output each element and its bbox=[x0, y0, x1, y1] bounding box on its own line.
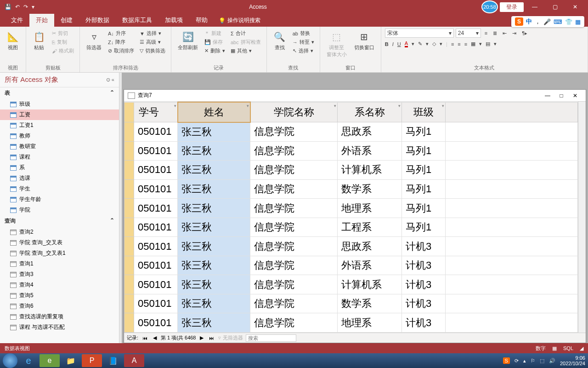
tray-volume-icon[interactable]: 🔊 bbox=[549, 358, 555, 364]
column-dropdown-icon[interactable]: ▾ bbox=[174, 104, 176, 108]
column-dropdown-icon[interactable]: ▾ bbox=[442, 104, 444, 108]
nav-table-item[interactable]: 学生 bbox=[0, 184, 119, 194]
italic-button[interactable]: I bbox=[392, 41, 394, 47]
vertical-scrollbar[interactable] bbox=[578, 102, 586, 333]
doc-maximize-icon[interactable]: □ bbox=[554, 92, 568, 99]
row-selector[interactable] bbox=[124, 179, 134, 199]
tab-home[interactable]: 开始 bbox=[29, 14, 54, 27]
indent-inc-icon[interactable]: ⇥ bbox=[510, 29, 518, 38]
sort-desc-button[interactable]: Z↓降序 bbox=[106, 38, 136, 46]
font-size-select[interactable]: 24▾ bbox=[456, 29, 481, 38]
row-selector[interactable] bbox=[124, 122, 134, 142]
nav-section-queries[interactable]: 查询⌃ bbox=[0, 215, 119, 227]
find-button[interactable]: 🔍 查找 bbox=[271, 29, 289, 53]
restore-icon[interactable]: ▢ bbox=[546, 0, 564, 13]
column-header[interactable]: 学号▾ bbox=[134, 102, 178, 122]
cell[interactable]: 计机3 bbox=[402, 313, 446, 333]
row-selector[interactable] bbox=[124, 141, 134, 161]
nav-query-item[interactable]: 学院 查询_交叉表1 bbox=[0, 248, 119, 259]
column-header[interactable]: 班级▾ bbox=[402, 102, 446, 122]
nav-query-item[interactable]: 查询2 bbox=[0, 227, 119, 237]
font-color-button[interactable]: A bbox=[405, 40, 408, 47]
cell[interactable]: 思政系 bbox=[338, 237, 402, 256]
datasheet-grid[interactable]: 学号▾姓名▾学院名称▾系名称▾班级▾050101张三秋信息学院思政系马列1050… bbox=[124, 102, 586, 333]
cell[interactable]: 050101 bbox=[134, 313, 178, 333]
cut-button[interactable]: ✂剪切 bbox=[50, 29, 76, 37]
nav-table-item[interactable]: 教师 bbox=[0, 131, 119, 141]
cell[interactable]: 外语系 bbox=[338, 141, 402, 161]
align-center-button[interactable]: ≡ bbox=[458, 41, 460, 47]
datasheet-view-button[interactable]: ▦ bbox=[552, 345, 557, 351]
cell[interactable]: 计机3 bbox=[402, 275, 446, 294]
align-right-button[interactable]: ≡ bbox=[464, 41, 467, 47]
doc-close-icon[interactable]: ✕ bbox=[568, 92, 582, 99]
cell[interactable]: 信息学院 bbox=[250, 179, 338, 199]
tab-dbtools[interactable]: 数据库工具 bbox=[116, 14, 158, 27]
more-button[interactable]: ▦其他 ▾ bbox=[229, 47, 263, 55]
numbering-icon[interactable]: ≣ bbox=[491, 29, 499, 38]
cell[interactable]: 计机3 bbox=[402, 294, 446, 313]
ime-indicator[interactable]: S 中 ， 🎤 ⌨ 👕 ▦ bbox=[511, 16, 584, 27]
table-row[interactable]: 050101张三秋信息学院工程系马列1 bbox=[124, 218, 578, 237]
cell[interactable]: 信息学院 bbox=[250, 199, 338, 218]
cell[interactable]: 计机3 bbox=[402, 256, 446, 275]
taskbar-notepad[interactable]: 📘 bbox=[103, 354, 123, 367]
cell[interactable]: 数学系 bbox=[338, 294, 402, 313]
tray-sync-icon[interactable]: ⟳ bbox=[514, 358, 519, 364]
cell[interactable]: 马列1 bbox=[402, 161, 446, 180]
cell[interactable]: 张三秋 bbox=[178, 199, 250, 218]
redo-icon[interactable]: ↷ bbox=[23, 4, 28, 10]
row-selector[interactable] bbox=[124, 237, 134, 256]
cell[interactable]: 马列1 bbox=[402, 199, 446, 218]
nav-table-item[interactable]: 班级 bbox=[0, 99, 119, 109]
clear-sort-button[interactable]: ⊘取消排序 bbox=[106, 47, 136, 55]
table-row[interactable]: 050101张三秋信息学院计算机系马列1 bbox=[124, 161, 578, 180]
cell[interactable]: 张三秋 bbox=[178, 122, 250, 142]
switch-windows-button[interactable]: ⊞ 切换窗口 bbox=[351, 29, 377, 53]
cell[interactable]: 050101 bbox=[134, 122, 178, 142]
login-button[interactable]: 登录 bbox=[500, 2, 524, 12]
cell[interactable]: 张三秋 bbox=[178, 161, 250, 180]
nav-section-tables[interactable]: 表⌃ bbox=[0, 87, 119, 99]
tab-external[interactable]: 外部数据 bbox=[79, 14, 116, 27]
row-selector[interactable] bbox=[124, 294, 134, 313]
tab-create[interactable]: 创建 bbox=[54, 14, 79, 27]
tray-network-icon[interactable]: ⬚ bbox=[540, 358, 544, 364]
minimize-icon[interactable]: — bbox=[526, 0, 544, 13]
format-painter-button[interactable]: 🖌格式刷 bbox=[50, 47, 76, 55]
design-view-button[interactable]: ◢ bbox=[580, 345, 583, 351]
tell-me-search[interactable]: 💡 操作说明搜索 bbox=[219, 17, 260, 27]
bullets-icon[interactable]: ≡ bbox=[483, 29, 489, 38]
row-selector[interactable] bbox=[124, 275, 134, 294]
prev-record-button[interactable]: ◀ bbox=[152, 335, 158, 341]
goto-button[interactable]: →转至 ▾ bbox=[291, 38, 316, 46]
cell[interactable]: 050101 bbox=[134, 275, 178, 294]
cell[interactable]: 马列1 bbox=[402, 122, 446, 142]
taskbar-explorer[interactable]: 📁 bbox=[61, 354, 81, 367]
ltr-icon[interactable]: ¶▸ bbox=[520, 29, 529, 38]
cell[interactable]: 信息学院 bbox=[250, 294, 338, 313]
column-dropdown-icon[interactable]: ▾ bbox=[398, 104, 401, 108]
gridlines-button[interactable]: ▦ bbox=[471, 41, 475, 47]
delete-record-button[interactable]: ✕删除 ▾ bbox=[203, 47, 227, 55]
tray-up-icon[interactable]: ▴ bbox=[523, 358, 526, 364]
cell[interactable]: 马列1 bbox=[402, 218, 446, 237]
nav-table-item[interactable]: 学生年龄 bbox=[0, 194, 119, 205]
advanced-filter-button[interactable]: ☰高级 ▾ bbox=[138, 38, 167, 46]
cell[interactable]: 信息学院 bbox=[250, 275, 338, 294]
tab-help[interactable]: 帮助 bbox=[189, 14, 214, 27]
font-family-select[interactable]: 宋体▾ bbox=[385, 29, 454, 38]
nav-table-item[interactable]: 教研室 bbox=[0, 141, 119, 152]
doc-minimize-icon[interactable]: — bbox=[541, 92, 554, 99]
cell[interactable]: 050101 bbox=[134, 256, 178, 275]
table-row[interactable]: 050101张三秋信息学院外语系计机3 bbox=[124, 256, 578, 275]
filter-button[interactable]: ▿ 筛选器 bbox=[84, 29, 104, 53]
row-selector[interactable] bbox=[124, 256, 134, 275]
table-row[interactable]: 050101张三秋信息学院数学系计机3 bbox=[124, 294, 578, 313]
table-row[interactable]: 050101张三秋信息学院思政系计机3 bbox=[124, 237, 578, 256]
cell[interactable]: 050101 bbox=[134, 237, 178, 256]
cell[interactable]: 思政系 bbox=[338, 122, 402, 142]
nav-table-item[interactable]: 系 bbox=[0, 162, 119, 173]
cell[interactable]: 信息学院 bbox=[250, 218, 338, 237]
cell[interactable]: 地理系 bbox=[338, 313, 402, 333]
